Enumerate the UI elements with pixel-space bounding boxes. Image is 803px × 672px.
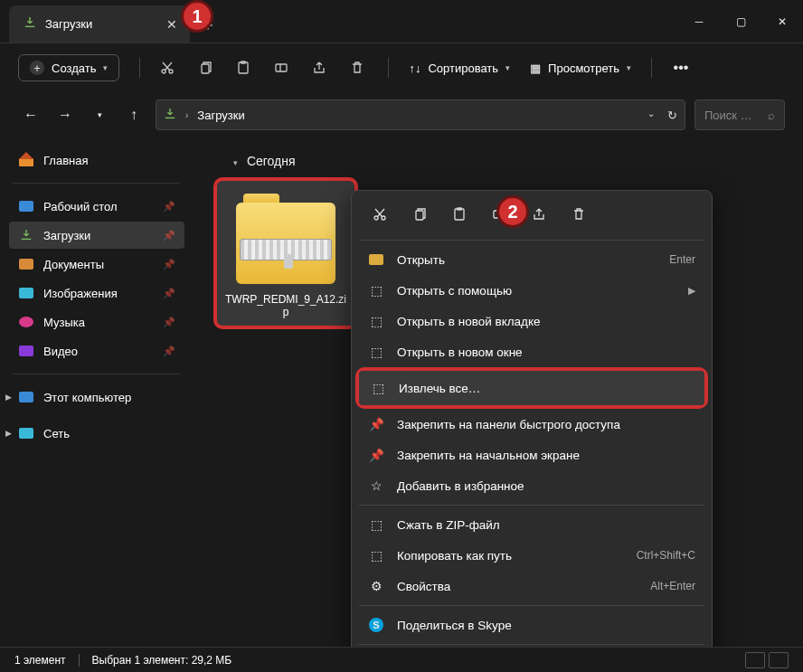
new-window-icon: ⬚ (368, 344, 384, 360)
minimize-button[interactable]: ─ (678, 0, 720, 43)
skype-icon: S (368, 617, 384, 633)
forward-button[interactable]: → (52, 107, 78, 123)
share-icon[interactable] (312, 61, 330, 75)
maximize-button[interactable]: ▢ (720, 0, 761, 43)
ctx-pin-start[interactable]: 📌 Закрепить на начальном экране (357, 440, 706, 470)
tab-downloads[interactable]: Загрузки ✕ (9, 5, 190, 43)
recent-button[interactable]: ▾ (87, 110, 112, 119)
network-icon (18, 426, 34, 440)
close-icon[interactable]: ✕ (166, 17, 177, 32)
separator (13, 183, 181, 184)
close-window-button[interactable]: ✕ (761, 0, 803, 43)
view-icon: ▦ (530, 62, 541, 75)
search-input[interactable]: Поиск … ⌕ (694, 99, 785, 130)
sidebar-item-network[interactable]: ▶ Сеть (9, 420, 184, 447)
separator (13, 374, 181, 374)
desktop-icon (18, 199, 34, 213)
videos-icon (18, 344, 34, 358)
ctx-pin-quick[interactable]: 📌 Закрепить на панели быстрого доступа (357, 409, 706, 440)
menu-label: Добавить в избранное (397, 479, 524, 493)
sidebar-item-label: Сеть (43, 427, 70, 440)
home-icon (18, 153, 34, 167)
star-icon: ☆ (368, 478, 384, 494)
view-icons-button[interactable] (769, 652, 789, 668)
chevron-down-icon: ▾ (627, 63, 631, 72)
separator (359, 505, 704, 506)
file-item[interactable]: TWRP_REDMI_9_A12.zip (213, 177, 358, 329)
pin-icon: 📌 (163, 259, 175, 270)
sidebar-item-music[interactable]: Музыка 📌 (9, 308, 184, 336)
ctx-open-new-window[interactable]: ⬚ Открыть в новом окне (357, 336, 706, 367)
up-button[interactable]: ↑ (121, 107, 146, 123)
sidebar-item-desktop[interactable]: Рабочий стол 📌 (9, 193, 184, 220)
ctx-properties[interactable]: ⚙ Свойства Alt+Enter (357, 571, 706, 601)
ctx-open[interactable]: Открыть Enter (357, 244, 706, 275)
menu-shortcut: Alt+Enter (650, 580, 695, 592)
pc-icon (18, 390, 34, 404)
pictures-icon (18, 286, 34, 300)
ctx-extract-all[interactable]: ⬚ Извлечь все… (359, 371, 704, 405)
ctx-delete-button[interactable] (562, 200, 596, 229)
statusbar: 1 элемент Выбран 1 элемент: 29,2 МБ (0, 647, 803, 672)
open-with-icon: ⬚ (368, 282, 384, 298)
ctx-add-favorite[interactable]: ☆ Добавить в избранное (357, 470, 706, 501)
paste-icon[interactable] (236, 61, 254, 75)
sidebar-item-pictures[interactable]: Изображения 📌 (9, 279, 184, 307)
annotation-badge-1: 1 (181, 0, 213, 33)
more-icon[interactable]: ••• (672, 60, 690, 76)
ctx-skype-share[interactable]: S Поделиться в Skype (357, 610, 706, 640)
sidebar-item-label: Изображения (43, 287, 118, 300)
ctx-paste-button[interactable] (442, 200, 477, 229)
group-header[interactable]: ▾ Сегодня (233, 154, 785, 168)
svg-point-6 (374, 216, 378, 220)
address-segment[interactable]: Загрузки (197, 109, 244, 122)
tab-title: Загрузки (45, 17, 92, 31)
delete-icon[interactable] (350, 61, 368, 75)
separator (359, 644, 704, 645)
address-bar[interactable]: › Загрузки ⌄ ↻ (156, 99, 685, 130)
status-count: 1 элемент (14, 654, 66, 667)
copy-icon[interactable] (198, 61, 216, 75)
cut-icon[interactable] (160, 61, 178, 75)
music-icon (18, 315, 34, 329)
chevron-down-icon[interactable]: ⌄ (647, 109, 655, 122)
menu-label: Свойства (397, 580, 450, 593)
sidebar-item-label: Этот компьютер (43, 391, 131, 404)
view-details-button[interactable] (745, 652, 765, 668)
search-placeholder: Поиск … (704, 109, 752, 122)
svg-rect-8 (416, 211, 423, 220)
refresh-icon[interactable]: ↻ (667, 109, 677, 122)
back-button[interactable]: ← (18, 107, 43, 123)
sidebar-item-documents[interactable]: Документы 📌 (9, 251, 184, 278)
pin-icon: 📌 (368, 416, 384, 432)
menu-label: Закрепить на панели быстрого доступа (397, 418, 620, 431)
chevron-down-icon: ▾ (505, 63, 510, 72)
sort-button[interactable]: ↑↓ Сортировать ▾ (409, 62, 510, 75)
sidebar-item-videos[interactable]: Видео 📌 (9, 337, 184, 364)
ctx-copy-button[interactable] (402, 200, 437, 229)
svg-rect-3 (239, 62, 248, 73)
ctx-cut-button[interactable] (363, 200, 397, 229)
chevron-right-icon[interactable]: ▶ (5, 393, 12, 402)
svg-point-1 (169, 70, 173, 73)
menu-label: Закрепить на начальном экране (397, 449, 580, 462)
ctx-open-new-tab[interactable]: ⬚ Открыть в новой вкладке (357, 306, 706, 336)
download-icon (164, 108, 176, 123)
sidebar-item-downloads[interactable]: Загрузки 📌 (9, 222, 184, 249)
new-button[interactable]: ＋ Создать ▾ (18, 54, 119, 81)
sidebar-item-home[interactable]: Главная (9, 147, 184, 174)
ctx-open-with[interactable]: ⬚ Открыть с помощью ▶ (357, 275, 706, 306)
ctx-compress[interactable]: ⬚ Сжать в ZIP-файл (357, 509, 706, 540)
separator (651, 58, 652, 78)
pin-icon: 📌 (163, 201, 175, 213)
rename-icon[interactable] (274, 61, 292, 75)
view-button[interactable]: ▦ Просмотреть ▾ (530, 62, 631, 75)
sidebar-item-label: Документы (43, 258, 104, 271)
svg-point-0 (162, 70, 165, 73)
chevron-right-icon[interactable]: ▶ (5, 429, 12, 438)
context-menu: Открыть Enter ⬚ Открыть с помощью ▶ ⬚ От… (351, 190, 713, 672)
pin-icon: 📌 (163, 230, 175, 241)
group-label: Сегодня (247, 154, 296, 168)
ctx-copy-path[interactable]: ⬚ Копировать как путь Ctrl+Shift+C (357, 540, 706, 571)
sidebar-item-this-pc[interactable]: ▶ Этот компьютер (9, 383, 184, 411)
